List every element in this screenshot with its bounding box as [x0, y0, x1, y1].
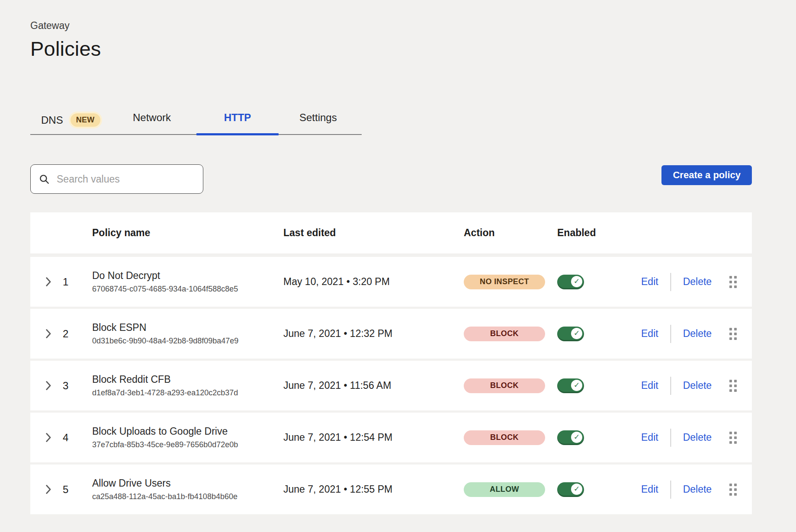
action-divider [671, 273, 671, 291]
enabled-toggle[interactable]: ✓ [557, 378, 584, 393]
last-edited: June 7, 2021 • 12:55 PM [283, 484, 464, 495]
delete-link[interactable]: Delete [683, 484, 712, 495]
row-number: 5 [63, 484, 92, 496]
enabled-cell: ✓ [557, 275, 641, 289]
row-actions: Edit Delete [641, 429, 737, 447]
table-row: 1 Do Not Decrypt 67068745-c075-4685-934a… [30, 257, 752, 307]
tab-bar: DNS NEW Network HTTP Settings [30, 109, 362, 135]
action-cell: ALLOW [464, 482, 557, 497]
column-policy-name: Policy name [92, 227, 283, 239]
table-header: Policy name Last edited Action Enabled [30, 212, 752, 253]
expand-row-button[interactable] [45, 381, 56, 391]
policy-id: 67068745-c075-4685-934a-1064f588c8e5 [92, 285, 283, 294]
policy-name: Block Uploads to Google Drive [92, 426, 283, 437]
row-number: 4 [63, 432, 92, 444]
new-badge: NEW [69, 112, 102, 128]
row-actions: Edit Delete [641, 273, 737, 291]
action-badge: BLOCK [464, 378, 545, 393]
action-divider [671, 481, 671, 499]
tab-network[interactable]: Network [133, 112, 171, 124]
policy-name: Block ESPN [92, 322, 283, 333]
policy-name-cell: Block ESPN 0d31be6c-9b90-48a4-92b8-9d8f0… [92, 322, 283, 346]
last-edited: May 10, 2021 • 3:20 PM [283, 276, 464, 288]
tab-http[interactable]: HTTP [196, 112, 279, 124]
policy-id: 37e7cbfa-85b3-45ce-9e89-7656b0d72e0b [92, 440, 283, 449]
enabled-toggle[interactable]: ✓ [557, 275, 584, 289]
expand-row-button[interactable] [45, 277, 56, 287]
enabled-cell: ✓ [557, 430, 641, 445]
enabled-cell: ✓ [557, 482, 641, 497]
edit-link[interactable]: Edit [641, 328, 658, 340]
page-title: Policies [30, 37, 752, 61]
create-policy-button[interactable]: Create a policy [661, 165, 752, 185]
action-cell: BLOCK [464, 378, 557, 393]
table-body: 1 Do Not Decrypt 67068745-c075-4685-934a… [30, 257, 752, 514]
policy-name-cell: Block Uploads to Google Drive 37e7cbfa-8… [92, 426, 283, 449]
chevron-right-icon [45, 277, 51, 286]
expand-row-button[interactable] [45, 484, 56, 495]
table-row: 4 Block Uploads to Google Drive 37e7cbfa… [30, 413, 752, 462]
breadcrumb: Gateway [30, 0, 752, 32]
delete-link[interactable]: Delete [683, 432, 712, 443]
policy-id: d1ef8a7d-3eb1-4728-a293-ea120c2cb37d [92, 388, 283, 397]
active-tab-underline [196, 133, 279, 135]
row-actions: Edit Delete [641, 377, 737, 395]
expand-row-button[interactable] [45, 433, 56, 443]
toggle-check-icon: ✓ [571, 328, 582, 339]
policies-table: Policy name Last edited Action Enabled 1… [30, 212, 752, 514]
delete-link[interactable]: Delete [683, 380, 712, 391]
drag-handle-icon[interactable] [729, 380, 737, 392]
chevron-right-icon [45, 381, 51, 390]
drag-handle-icon[interactable] [729, 328, 737, 340]
action-cell: NO INSPECT [464, 275, 557, 289]
enabled-toggle[interactable]: ✓ [557, 430, 584, 445]
edit-link[interactable]: Edit [641, 276, 658, 288]
action-badge: ALLOW [464, 482, 545, 497]
tab-dns-label: DNS [41, 114, 63, 126]
enabled-toggle[interactable]: ✓ [557, 327, 584, 341]
enabled-cell: ✓ [557, 327, 641, 341]
last-edited: June 7, 2021 • 12:54 PM [283, 432, 464, 443]
action-cell: BLOCK [464, 327, 557, 341]
action-divider [671, 377, 671, 395]
action-badge: BLOCK [464, 430, 545, 445]
policy-name-cell: Block Reddit CFB d1ef8a7d-3eb1-4728-a293… [92, 374, 283, 397]
action-divider [671, 429, 671, 447]
table-row: 5 Allow Drive Users ca25a488-112a-45ac-b… [30, 465, 752, 514]
tab-settings-label: Settings [299, 112, 337, 124]
tab-http-label: HTTP [224, 112, 251, 124]
tab-network-label: Network [133, 112, 171, 124]
row-actions: Edit Delete [641, 325, 737, 343]
toggle-check-icon: ✓ [571, 380, 582, 391]
edit-link[interactable]: Edit [641, 380, 658, 391]
toolbar: Create a policy [30, 164, 752, 194]
row-number: 1 [63, 276, 92, 288]
action-divider [671, 325, 671, 343]
search-input[interactable] [57, 173, 195, 185]
policy-name: Allow Drive Users [92, 478, 283, 489]
enabled-toggle[interactable]: ✓ [557, 482, 584, 497]
policy-id: ca25a488-112a-45ac-ba1b-fb4108b4b60e [92, 492, 283, 501]
tab-dns[interactable]: DNS NEW [41, 112, 102, 128]
drag-handle-icon[interactable] [729, 276, 737, 288]
delete-link[interactable]: Delete [683, 328, 712, 340]
row-number: 2 [63, 328, 92, 340]
policy-name: Block Reddit CFB [92, 374, 283, 385]
column-last-edited: Last edited [283, 227, 464, 239]
search-box[interactable] [30, 164, 203, 194]
policy-name-cell: Allow Drive Users ca25a488-112a-45ac-ba1… [92, 478, 283, 501]
delete-link[interactable]: Delete [683, 276, 712, 288]
toggle-check-icon: ✓ [571, 484, 582, 495]
toggle-check-icon: ✓ [571, 432, 582, 443]
expand-row-button[interactable] [45, 329, 56, 339]
enabled-cell: ✓ [557, 378, 641, 393]
drag-handle-icon[interactable] [729, 432, 737, 444]
tab-settings[interactable]: Settings [299, 112, 337, 124]
row-number: 3 [63, 380, 92, 392]
edit-link[interactable]: Edit [641, 432, 658, 443]
column-action: Action [464, 227, 557, 239]
policy-name: Do Not Decrypt [92, 270, 283, 282]
chevron-right-icon [45, 329, 51, 338]
edit-link[interactable]: Edit [641, 484, 658, 495]
drag-handle-icon[interactable] [729, 484, 737, 496]
